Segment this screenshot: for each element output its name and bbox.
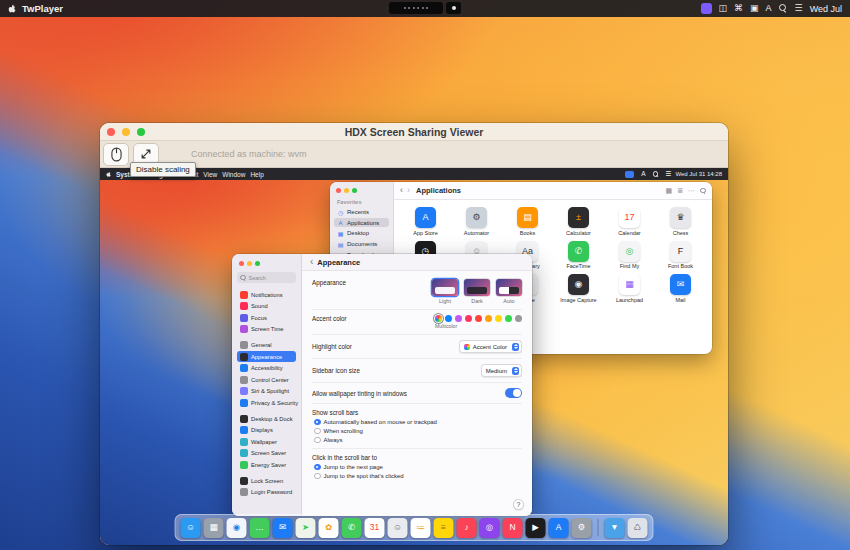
zoom-button[interactable] <box>255 261 260 266</box>
hdx-indicator-badge[interactable] <box>625 171 634 178</box>
host-clock[interactable]: Wed Jul <box>810 4 842 14</box>
search-icon[interactable] <box>653 171 659 177</box>
accent-dot-6[interactable] <box>495 315 502 322</box>
app-mail[interactable]: ✉Mail <box>655 271 706 303</box>
dock-reminders[interactable]: ≔ <box>411 518 431 538</box>
input-source-icon[interactable]: A <box>641 171 645 178</box>
dock-system-settings[interactable]: ⚙ <box>572 518 592 538</box>
dock-music[interactable]: ♪ <box>457 518 477 538</box>
highlight-color-select[interactable]: Accent Color <box>459 340 522 353</box>
accent-dot-5[interactable] <box>485 315 492 322</box>
remote-clock[interactable]: Wed Jul 31 14:28 <box>675 171 722 177</box>
view-options-icon[interactable]: ▦ <box>666 187 673 195</box>
accent-dot-2[interactable] <box>455 315 462 322</box>
finder-window-controls[interactable] <box>336 188 389 193</box>
settings-sidebar-accessibility[interactable]: Accessibility <box>237 363 296 374</box>
app-facetime[interactable]: ✆FaceTime <box>553 238 604 270</box>
dock-app-store[interactable]: A <box>549 518 569 538</box>
search-icon[interactable] <box>700 188 706 194</box>
back-icon[interactable]: ‹ <box>400 186 403 195</box>
remote-menu-view[interactable]: View <box>203 171 217 178</box>
app-calculator[interactable]: ±Calculator <box>553 204 604 236</box>
accent-dot-7[interactable] <box>505 315 512 322</box>
zoom-button[interactable] <box>137 128 145 136</box>
app-find-my[interactable]: ◎Find My <box>604 238 655 270</box>
dock-mail[interactable]: ✉ <box>273 518 293 538</box>
close-button[interactable] <box>239 261 244 266</box>
forward-icon[interactable]: › <box>407 186 410 195</box>
app-calendar[interactable]: 17Calendar <box>604 204 655 236</box>
apple-menu-icon[interactable] <box>8 4 16 14</box>
settings-sidebar-energy-saver[interactable]: Energy Saver <box>237 459 296 470</box>
spotlight-search-icon[interactable] <box>779 4 788 13</box>
display-icon[interactable]: ◫ <box>719 4 728 13</box>
help-button[interactable]: ? <box>513 499 524 510</box>
dock-launchpad[interactable]: ▦ <box>204 518 224 538</box>
dock-news[interactable]: N <box>503 518 523 538</box>
accent-dot-1[interactable] <box>445 315 452 322</box>
settings-sidebar-privacy-security[interactable]: Privacy & Security <box>237 397 296 408</box>
dock-calendar[interactable]: 31 <box>365 518 385 538</box>
scrollbars-option-automatically-based-on-mouse-or-trackpad[interactable]: Automatically based on mouse or trackpad <box>314 419 437 426</box>
workspace-app-icon[interactable] <box>701 3 712 14</box>
app-automator[interactable]: ⚙Automator <box>451 204 502 236</box>
dock-trash[interactable]: ♺ <box>628 518 648 538</box>
screen-record-icon[interactable]: ▣ <box>750 4 759 13</box>
back-icon[interactable]: ‹ <box>310 257 313 267</box>
dock-facetime[interactable]: ✆ <box>342 518 362 538</box>
settings-sidebar-screen-time[interactable]: Screen Time <box>237 324 296 335</box>
control-center-icon[interactable]: ☰ <box>666 171 672 178</box>
dock-safari[interactable]: ◉ <box>227 518 247 538</box>
app-launchpad[interactable]: ▦Launchpad <box>604 271 655 303</box>
scrollbars-option-when-scrolling[interactable]: When scrolling <box>314 428 437 435</box>
input-source-icon[interactable]: A <box>766 4 772 13</box>
remote-menu-help[interactable]: Help <box>250 171 263 178</box>
close-button[interactable] <box>336 188 341 193</box>
settings-sidebar-login-password[interactable]: Login Password <box>237 487 296 498</box>
settings-sidebar-general[interactable]: General <box>237 340 296 351</box>
accent-dot-multicolor[interactable] <box>435 315 442 322</box>
viewer-title-bar[interactable]: HDX Screen Sharing Viewer <box>100 123 728 141</box>
settings-sidebar-siri-spotlight[interactable]: Siri & Spotlight <box>237 386 296 397</box>
settings-sidebar-displays[interactable]: Displays <box>237 425 296 436</box>
minimize-button[interactable] <box>344 188 349 193</box>
finder-sidebar-item-desktop[interactable]: ▦Desktop <box>334 228 389 238</box>
theme-auto[interactable]: Auto <box>496 279 522 304</box>
shortcut-icon[interactable]: ⌘ <box>734 4 743 13</box>
settings-sidebar-control-center[interactable]: Control Center <box>237 374 296 385</box>
settings-sidebar-focus[interactable]: Focus <box>237 312 296 323</box>
app-app-store[interactable]: AApp Store <box>400 204 451 236</box>
dock-contacts[interactable]: ☺ <box>388 518 408 538</box>
minimize-button[interactable] <box>247 261 252 266</box>
settings-sidebar-desktop-dock[interactable]: Desktop & Dock <box>237 413 296 424</box>
more-icon[interactable]: ⋯ <box>688 187 695 195</box>
wallpaper-tinting-toggle[interactable] <box>505 388 522 398</box>
settings-sidebar-wallpaper[interactable]: Wallpaper <box>237 436 296 447</box>
finder-sidebar-item-documents[interactable]: ▤Documents <box>334 239 389 249</box>
scroll-click-option-jump-to-the-spot-that-s-clicked[interactable]: Jump to the spot that's clicked <box>314 473 404 480</box>
mouse-mode-button[interactable] <box>103 143 129 166</box>
group-icon[interactable]: ≣ <box>677 187 683 195</box>
settings-search-input[interactable]: Search <box>237 272 296 283</box>
dock-tv[interactable]: ▶ <box>526 518 546 538</box>
dock-notes[interactable]: ≡ <box>434 518 454 538</box>
host-app-menu-label[interactable]: TwPlayer <box>22 3 63 14</box>
zoom-button[interactable] <box>352 188 357 193</box>
theme-light[interactable]: Light <box>432 279 458 304</box>
dock-downloads[interactable]: ▼ <box>605 518 625 538</box>
settings-sidebar-lock-screen[interactable]: Lock Screen <box>237 475 296 486</box>
minimize-button[interactable] <box>122 128 130 136</box>
remote-apple-menu-icon[interactable] <box>106 171 111 178</box>
accent-dot-4[interactable] <box>475 315 482 322</box>
finder-sidebar-item-applications[interactable]: AApplications <box>334 218 389 227</box>
dock-messages[interactable]: … <box>250 518 270 538</box>
finder-sidebar-item-recents[interactable]: ◷Recents <box>334 207 389 217</box>
remote-menu-window[interactable]: Window <box>222 171 245 178</box>
app-chess[interactable]: ♛Chess <box>655 204 706 236</box>
dock-photos[interactable]: ✿ <box>319 518 339 538</box>
settings-sidebar-appearance[interactable]: Appearance <box>237 351 296 362</box>
dock-finder[interactable]: ☺ <box>181 518 201 538</box>
dock-podcasts[interactable]: ◎ <box>480 518 500 538</box>
close-button[interactable] <box>107 128 115 136</box>
settings-sidebar-notifications[interactable]: Notifications <box>237 289 296 300</box>
